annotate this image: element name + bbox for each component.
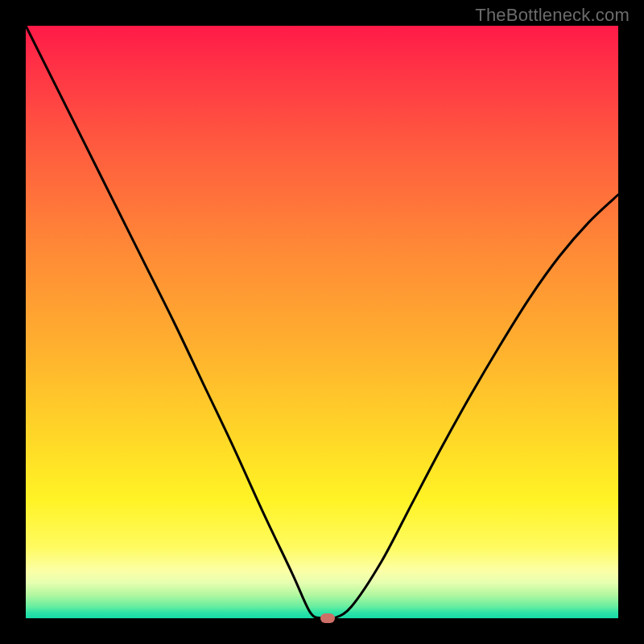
bottleneck-curve [26,26,618,618]
watermark-text: TheBottleneck.com [475,5,630,26]
curve-path [26,26,618,619]
plot-area [26,26,618,618]
chart-frame: TheBottleneck.com [0,0,644,644]
min-marker [320,613,335,623]
